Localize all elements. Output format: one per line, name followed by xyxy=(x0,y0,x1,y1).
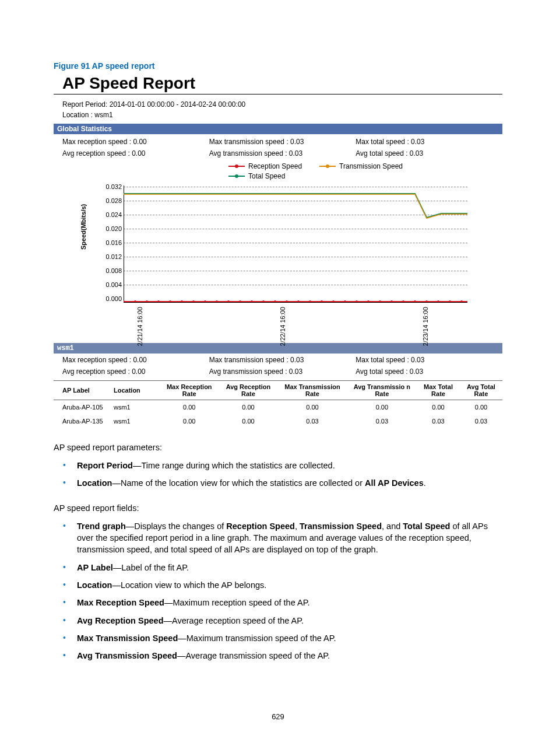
svg-point-5 xyxy=(181,300,183,302)
fields-list: Trend graph—Displays the changes of Rece… xyxy=(54,520,502,662)
chart-y-label: Speed(Mbits/s) xyxy=(80,204,87,250)
wsm-max-tot: Max total speed : 0.03 xyxy=(356,356,502,364)
page-number: 629 xyxy=(0,712,556,721)
stat-avg-rx: Avg reception speed : 0.00 xyxy=(62,149,209,158)
report-period: Report Period: 2014-01-01 00:00:00 - 201… xyxy=(62,99,502,110)
svg-point-16 xyxy=(309,300,311,302)
stat-max-rx: Max reception speed : 0.00 xyxy=(62,138,209,146)
svg-point-19 xyxy=(344,300,346,302)
svg-point-23 xyxy=(390,300,393,302)
svg-point-20 xyxy=(356,300,358,302)
svg-point-18 xyxy=(332,300,335,302)
params-intro: AP speed report parameters: xyxy=(54,442,502,454)
stat-avg-tx: Avg transmission speed : 0.03 xyxy=(209,149,356,158)
wsm-max-tx: Max transmission speed : 0.03 xyxy=(209,356,356,364)
wsm-stats-grid: Max reception speed : 0.00 Max transmiss… xyxy=(62,356,502,376)
table-row: Aruba-AP-135 wsm1 0.00 0.00 0.03 0.03 0.… xyxy=(54,414,502,428)
svg-point-8 xyxy=(216,300,218,302)
svg-point-14 xyxy=(286,300,288,302)
svg-point-27 xyxy=(437,300,439,302)
trend-chart: Reception Speed Transmission Speed Total… xyxy=(54,162,502,337)
wsm-avg-rx: Avg reception speed : 0.00 xyxy=(62,368,209,376)
report-location: Location : wsm1 xyxy=(62,110,502,120)
svg-point-13 xyxy=(274,300,276,302)
ap-table: AP Label Location Max Reception Rate Avg… xyxy=(54,380,502,428)
svg-point-2 xyxy=(146,300,148,302)
svg-point-3 xyxy=(157,300,160,302)
wsm-max-rx: Max reception speed : 0.00 xyxy=(62,356,209,364)
svg-point-26 xyxy=(425,300,428,302)
svg-point-28 xyxy=(449,300,451,302)
svg-point-1 xyxy=(134,300,136,302)
svg-point-10 xyxy=(239,300,241,302)
stat-max-tx: Max transmission speed : 0.03 xyxy=(209,138,356,146)
list-item: Report Period—Time range during which th… xyxy=(54,460,502,471)
chart-x-axis-line xyxy=(124,302,467,303)
svg-point-12 xyxy=(262,300,265,302)
svg-point-25 xyxy=(414,300,416,302)
svg-point-24 xyxy=(402,300,404,302)
list-item: Avg Transmission Speed—Average transmiss… xyxy=(54,650,502,662)
list-item: Avg Reception Speed—Average reception sp… xyxy=(54,615,502,626)
legend-reception: Reception Speed xyxy=(248,162,302,170)
list-item: AP Label—Label of the fit AP. xyxy=(54,562,502,573)
list-item: Max Transmission Speed—Maximum transmiss… xyxy=(54,632,502,644)
wsm-avg-tot: Avg total speed : 0.03 xyxy=(356,368,502,376)
svg-point-29 xyxy=(460,300,463,302)
chart-plot-area xyxy=(124,186,467,302)
svg-point-21 xyxy=(367,300,370,302)
table-row: Aruba-AP-105 wsm1 0.00 0.00 0.00 0.00 0.… xyxy=(54,400,502,415)
figure-caption: Figure 91 AP speed report xyxy=(54,61,502,71)
svg-point-22 xyxy=(379,300,381,302)
list-item: Trend graph—Displays the changes of Rece… xyxy=(54,520,502,556)
legend-transmission: Transmission Speed xyxy=(339,162,403,170)
svg-point-9 xyxy=(227,300,230,302)
wsm-avg-tx: Avg transmission speed : 0.03 xyxy=(209,368,356,376)
params-list: Report Period—Time range during which th… xyxy=(54,460,502,489)
svg-point-7 xyxy=(204,300,206,302)
divider xyxy=(54,94,502,94)
ap-table-header-row: AP Label Location Max Reception Rate Avg… xyxy=(54,381,502,400)
svg-point-11 xyxy=(251,300,253,302)
svg-point-17 xyxy=(321,300,323,302)
svg-point-6 xyxy=(192,300,195,302)
legend-total: Total Speed xyxy=(248,172,285,180)
svg-point-0 xyxy=(124,300,125,302)
svg-point-15 xyxy=(297,300,300,302)
report-title: AP Speed Report xyxy=(62,74,502,93)
svg-point-4 xyxy=(169,300,171,302)
stat-max-tot: Max total speed : 0.03 xyxy=(356,138,502,146)
stat-avg-tot: Avg total speed : 0.03 xyxy=(356,149,502,158)
list-item: Location—Name of the location view for w… xyxy=(54,477,502,489)
global-stats-grid: Max reception speed : 0.00 Max transmiss… xyxy=(62,138,502,158)
chart-legend: Reception Speed Transmission Speed Total… xyxy=(228,162,403,180)
list-item: Max Reception Speed—Maximum reception sp… xyxy=(54,597,502,608)
list-item: Location—Location view to which the AP b… xyxy=(54,579,502,591)
fields-intro: AP speed report fields: xyxy=(54,503,502,514)
global-statistics-bar: Global Statistics xyxy=(54,124,502,134)
